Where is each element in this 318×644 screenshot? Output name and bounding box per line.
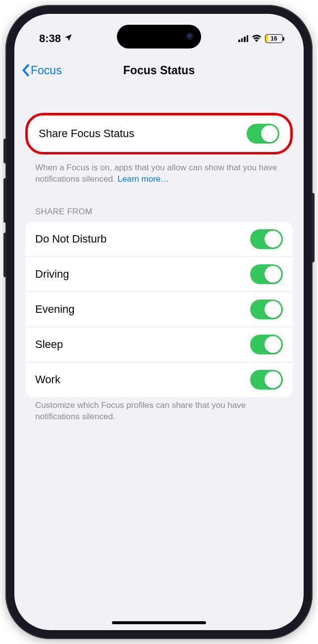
home-indicator[interactable] <box>112 621 206 624</box>
focus-label: Evening <box>35 303 75 316</box>
phone-frame: 8:38 16 Focus Fo <box>5 5 313 639</box>
share-focus-status-label: Share Focus Status <box>39 127 134 140</box>
list-item: Evening <box>25 292 293 327</box>
screen: 8:38 16 Focus Fo <box>14 14 304 630</box>
battery-icon: 16 <box>265 34 283 43</box>
dynamic-island <box>117 25 201 49</box>
do-not-disturb-toggle[interactable] <box>250 229 283 249</box>
share-from-group: Do Not Disturb Driving Evening Sleep Wor… <box>25 222 293 397</box>
battery-percentage: 16 <box>265 34 282 43</box>
nav-bar: Focus Focus Status <box>14 56 304 84</box>
cellular-signal-icon <box>238 35 248 42</box>
share-from-footer: Customize which Focus profiles can share… <box>25 397 293 423</box>
share-focus-status-group: Share Focus Status <box>29 116 289 151</box>
wifi-icon <box>251 32 262 45</box>
volume-down-button <box>3 233 6 277</box>
list-item: Driving <box>25 256 293 292</box>
focus-label: Work <box>35 373 60 386</box>
volume-up-button <box>3 178 6 223</box>
work-toggle[interactable] <box>250 370 283 390</box>
learn-more-link[interactable]: Learn more… <box>117 174 169 184</box>
chevron-left-icon <box>21 64 30 77</box>
status-time: 8:38 <box>39 32 61 45</box>
power-button <box>312 193 315 262</box>
focus-label: Sleep <box>35 338 63 351</box>
share-from-header: Share From <box>25 185 293 222</box>
focus-label: Do Not Disturb <box>35 233 106 246</box>
side-button <box>3 139 6 163</box>
share-focus-status-row: Share Focus Status <box>29 116 289 151</box>
list-item: Work <box>25 362 293 397</box>
back-button[interactable]: Focus <box>21 64 62 77</box>
focus-label: Driving <box>35 268 69 281</box>
share-focus-status-toggle[interactable] <box>247 124 279 144</box>
driving-toggle[interactable] <box>250 264 283 284</box>
evening-toggle[interactable] <box>250 299 283 319</box>
highlight-annotation: Share Focus Status <box>25 113 293 154</box>
content: Share Focus Status When a Focus is on, a… <box>14 93 304 630</box>
front-camera-icon <box>186 33 194 41</box>
share-focus-status-footer: When a Focus is on, apps that you allow … <box>25 159 293 185</box>
back-label: Focus <box>31 64 62 77</box>
sleep-toggle[interactable] <box>250 335 283 354</box>
location-icon <box>64 33 73 45</box>
list-item: Do Not Disturb <box>25 222 293 256</box>
list-item: Sleep <box>25 327 293 362</box>
